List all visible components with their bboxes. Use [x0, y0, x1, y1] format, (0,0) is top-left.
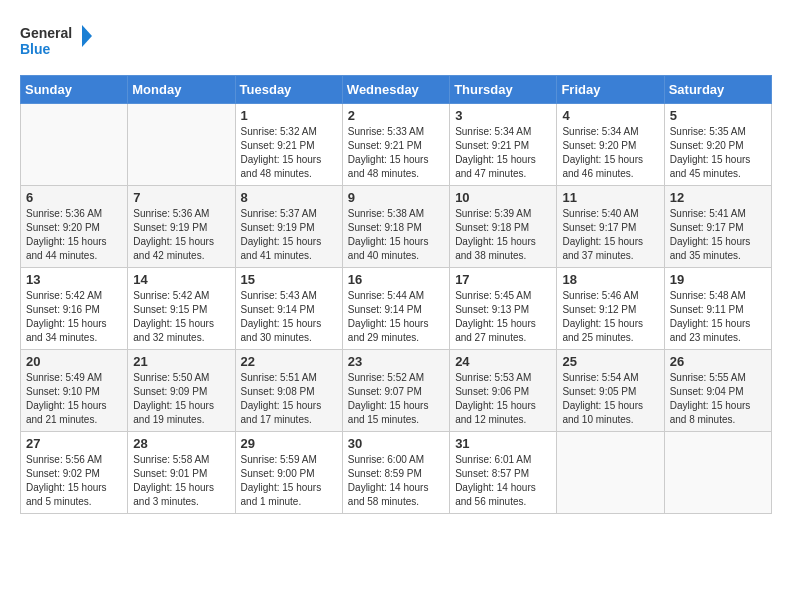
- calendar-cell: 5Sunrise: 5:35 AM Sunset: 9:20 PM Daylig…: [664, 104, 771, 186]
- calendar-cell: 26Sunrise: 5:55 AM Sunset: 9:04 PM Dayli…: [664, 350, 771, 432]
- calendar-cell: 31Sunrise: 6:01 AM Sunset: 8:57 PM Dayli…: [450, 432, 557, 514]
- day-info: Sunrise: 5:42 AM Sunset: 9:16 PM Dayligh…: [26, 289, 122, 345]
- day-info: Sunrise: 5:33 AM Sunset: 9:21 PM Dayligh…: [348, 125, 444, 181]
- day-info: Sunrise: 5:35 AM Sunset: 9:20 PM Dayligh…: [670, 125, 766, 181]
- calendar-cell: 27Sunrise: 5:56 AM Sunset: 9:02 PM Dayli…: [21, 432, 128, 514]
- calendar-cell: 30Sunrise: 6:00 AM Sunset: 8:59 PM Dayli…: [342, 432, 449, 514]
- calendar-cell: 11Sunrise: 5:40 AM Sunset: 9:17 PM Dayli…: [557, 186, 664, 268]
- calendar-header-row: SundayMondayTuesdayWednesdayThursdayFrid…: [21, 76, 772, 104]
- day-info: Sunrise: 5:55 AM Sunset: 9:04 PM Dayligh…: [670, 371, 766, 427]
- day-info: Sunrise: 5:59 AM Sunset: 9:00 PM Dayligh…: [241, 453, 337, 509]
- calendar-cell: 15Sunrise: 5:43 AM Sunset: 9:14 PM Dayli…: [235, 268, 342, 350]
- day-number: 11: [562, 190, 658, 205]
- weekday-header: Wednesday: [342, 76, 449, 104]
- calendar-cell: 12Sunrise: 5:41 AM Sunset: 9:17 PM Dayli…: [664, 186, 771, 268]
- day-number: 2: [348, 108, 444, 123]
- calendar-week-row: 1Sunrise: 5:32 AM Sunset: 9:21 PM Daylig…: [21, 104, 772, 186]
- day-number: 5: [670, 108, 766, 123]
- day-number: 23: [348, 354, 444, 369]
- calendar-cell: 1Sunrise: 5:32 AM Sunset: 9:21 PM Daylig…: [235, 104, 342, 186]
- calendar-week-row: 13Sunrise: 5:42 AM Sunset: 9:16 PM Dayli…: [21, 268, 772, 350]
- day-number: 7: [133, 190, 229, 205]
- logo: General Blue: [20, 20, 100, 65]
- calendar-week-row: 20Sunrise: 5:49 AM Sunset: 9:10 PM Dayli…: [21, 350, 772, 432]
- svg-text:General: General: [20, 25, 72, 41]
- calendar-cell: [557, 432, 664, 514]
- day-number: 21: [133, 354, 229, 369]
- day-info: Sunrise: 5:50 AM Sunset: 9:09 PM Dayligh…: [133, 371, 229, 427]
- calendar-cell: 23Sunrise: 5:52 AM Sunset: 9:07 PM Dayli…: [342, 350, 449, 432]
- day-number: 15: [241, 272, 337, 287]
- calendar-cell: 19Sunrise: 5:48 AM Sunset: 9:11 PM Dayli…: [664, 268, 771, 350]
- calendar-cell: 2Sunrise: 5:33 AM Sunset: 9:21 PM Daylig…: [342, 104, 449, 186]
- calendar-cell: 16Sunrise: 5:44 AM Sunset: 9:14 PM Dayli…: [342, 268, 449, 350]
- weekday-header: Sunday: [21, 76, 128, 104]
- day-number: 27: [26, 436, 122, 451]
- day-number: 31: [455, 436, 551, 451]
- day-info: Sunrise: 5:56 AM Sunset: 9:02 PM Dayligh…: [26, 453, 122, 509]
- day-info: Sunrise: 6:00 AM Sunset: 8:59 PM Dayligh…: [348, 453, 444, 509]
- calendar-cell: 3Sunrise: 5:34 AM Sunset: 9:21 PM Daylig…: [450, 104, 557, 186]
- day-info: Sunrise: 5:45 AM Sunset: 9:13 PM Dayligh…: [455, 289, 551, 345]
- day-number: 8: [241, 190, 337, 205]
- calendar-cell: 6Sunrise: 5:36 AM Sunset: 9:20 PM Daylig…: [21, 186, 128, 268]
- calendar-cell: [664, 432, 771, 514]
- day-number: 29: [241, 436, 337, 451]
- calendar-cell: 25Sunrise: 5:54 AM Sunset: 9:05 PM Dayli…: [557, 350, 664, 432]
- calendar-cell: 18Sunrise: 5:46 AM Sunset: 9:12 PM Dayli…: [557, 268, 664, 350]
- day-number: 1: [241, 108, 337, 123]
- calendar-cell: 9Sunrise: 5:38 AM Sunset: 9:18 PM Daylig…: [342, 186, 449, 268]
- day-info: Sunrise: 5:32 AM Sunset: 9:21 PM Dayligh…: [241, 125, 337, 181]
- day-info: Sunrise: 5:51 AM Sunset: 9:08 PM Dayligh…: [241, 371, 337, 427]
- calendar-cell: 8Sunrise: 5:37 AM Sunset: 9:19 PM Daylig…: [235, 186, 342, 268]
- day-number: 19: [670, 272, 766, 287]
- calendar-cell: 13Sunrise: 5:42 AM Sunset: 9:16 PM Dayli…: [21, 268, 128, 350]
- weekday-header: Saturday: [664, 76, 771, 104]
- day-info: Sunrise: 5:48 AM Sunset: 9:11 PM Dayligh…: [670, 289, 766, 345]
- logo-svg: General Blue: [20, 20, 100, 65]
- day-info: Sunrise: 5:36 AM Sunset: 9:19 PM Dayligh…: [133, 207, 229, 263]
- day-number: 9: [348, 190, 444, 205]
- calendar-cell: 28Sunrise: 5:58 AM Sunset: 9:01 PM Dayli…: [128, 432, 235, 514]
- day-number: 28: [133, 436, 229, 451]
- day-info: Sunrise: 5:43 AM Sunset: 9:14 PM Dayligh…: [241, 289, 337, 345]
- weekday-header: Thursday: [450, 76, 557, 104]
- calendar-table: SundayMondayTuesdayWednesdayThursdayFrid…: [20, 75, 772, 514]
- day-info: Sunrise: 5:54 AM Sunset: 9:05 PM Dayligh…: [562, 371, 658, 427]
- day-number: 20: [26, 354, 122, 369]
- day-info: Sunrise: 5:46 AM Sunset: 9:12 PM Dayligh…: [562, 289, 658, 345]
- weekday-header: Tuesday: [235, 76, 342, 104]
- day-number: 30: [348, 436, 444, 451]
- calendar-cell: 17Sunrise: 5:45 AM Sunset: 9:13 PM Dayli…: [450, 268, 557, 350]
- day-info: Sunrise: 5:49 AM Sunset: 9:10 PM Dayligh…: [26, 371, 122, 427]
- calendar-cell: 4Sunrise: 5:34 AM Sunset: 9:20 PM Daylig…: [557, 104, 664, 186]
- day-number: 3: [455, 108, 551, 123]
- day-info: Sunrise: 5:41 AM Sunset: 9:17 PM Dayligh…: [670, 207, 766, 263]
- calendar-cell: [21, 104, 128, 186]
- day-info: Sunrise: 5:44 AM Sunset: 9:14 PM Dayligh…: [348, 289, 444, 345]
- day-number: 25: [562, 354, 658, 369]
- calendar-cell: [128, 104, 235, 186]
- day-number: 12: [670, 190, 766, 205]
- calendar-week-row: 27Sunrise: 5:56 AM Sunset: 9:02 PM Dayli…: [21, 432, 772, 514]
- day-number: 22: [241, 354, 337, 369]
- calendar-cell: 7Sunrise: 5:36 AM Sunset: 9:19 PM Daylig…: [128, 186, 235, 268]
- day-number: 16: [348, 272, 444, 287]
- day-number: 14: [133, 272, 229, 287]
- weekday-header: Friday: [557, 76, 664, 104]
- day-number: 18: [562, 272, 658, 287]
- day-info: Sunrise: 5:34 AM Sunset: 9:20 PM Dayligh…: [562, 125, 658, 181]
- calendar-cell: 20Sunrise: 5:49 AM Sunset: 9:10 PM Dayli…: [21, 350, 128, 432]
- weekday-header: Monday: [128, 76, 235, 104]
- day-info: Sunrise: 5:52 AM Sunset: 9:07 PM Dayligh…: [348, 371, 444, 427]
- page-header: General Blue: [20, 20, 772, 65]
- day-info: Sunrise: 5:34 AM Sunset: 9:21 PM Dayligh…: [455, 125, 551, 181]
- day-number: 4: [562, 108, 658, 123]
- calendar-cell: 10Sunrise: 5:39 AM Sunset: 9:18 PM Dayli…: [450, 186, 557, 268]
- day-info: Sunrise: 5:53 AM Sunset: 9:06 PM Dayligh…: [455, 371, 551, 427]
- day-info: Sunrise: 6:01 AM Sunset: 8:57 PM Dayligh…: [455, 453, 551, 509]
- calendar-cell: 14Sunrise: 5:42 AM Sunset: 9:15 PM Dayli…: [128, 268, 235, 350]
- calendar-cell: 29Sunrise: 5:59 AM Sunset: 9:00 PM Dayli…: [235, 432, 342, 514]
- day-info: Sunrise: 5:58 AM Sunset: 9:01 PM Dayligh…: [133, 453, 229, 509]
- day-info: Sunrise: 5:38 AM Sunset: 9:18 PM Dayligh…: [348, 207, 444, 263]
